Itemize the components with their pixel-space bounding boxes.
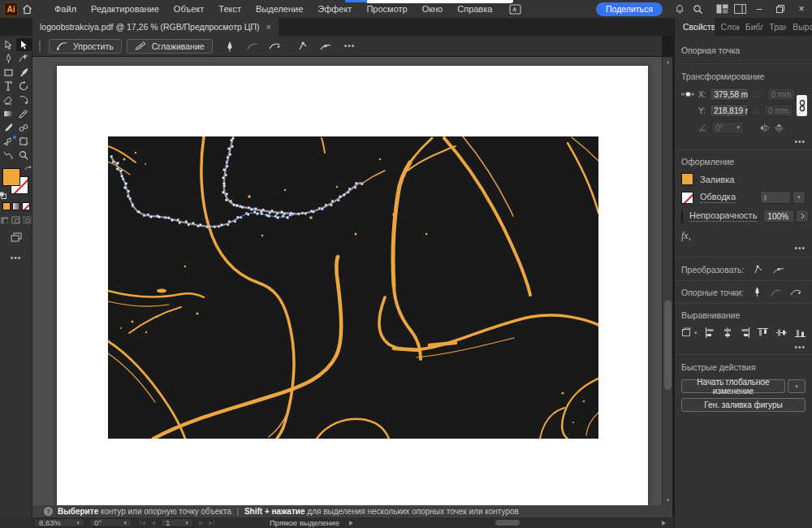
anchor-smooth-icon[interactable] xyxy=(317,39,335,54)
scroll-up-icon[interactable]: ▴ xyxy=(663,57,673,67)
pen-tool[interactable] xyxy=(1,52,16,65)
artboard-tool[interactable] xyxy=(16,135,32,148)
opacity-panel-button[interactable] xyxy=(796,210,809,223)
eyedropper-tool[interactable] xyxy=(1,121,16,134)
stroke-label[interactable]: Обводка xyxy=(700,192,736,203)
align-middle-v-icon[interactable] xyxy=(776,327,787,338)
zoom-tool[interactable] xyxy=(16,149,32,162)
rectangle-tool[interactable] xyxy=(1,66,16,79)
opacity-input[interactable]: 100% xyxy=(763,210,794,223)
screen-mode-button[interactable] xyxy=(0,232,32,242)
direct-selection-tool[interactable] xyxy=(16,38,32,51)
artwork-image[interactable] xyxy=(108,136,598,439)
stroke-swatch[interactable] xyxy=(681,192,693,204)
home-icon[interactable] xyxy=(18,0,36,18)
align-to-dropdown[interactable]: ▾ xyxy=(681,327,698,338)
align-more-options[interactable]: ••• xyxy=(681,343,806,352)
opacity-label[interactable]: Непрозрачность xyxy=(689,210,757,222)
selection-tool[interactable] xyxy=(1,38,16,51)
first-artboard-button[interactable] xyxy=(140,520,145,526)
menu-effect[interactable]: Эффект xyxy=(310,0,359,18)
eraser-tool[interactable] xyxy=(1,93,16,106)
smooth-button[interactable]: Сглаживание xyxy=(127,39,213,54)
app-logo-icon[interactable]: Ai xyxy=(4,2,18,16)
zoom-level-select[interactable]: 8,63%▾ xyxy=(34,518,84,527)
draw-behind-mode-icon[interactable] xyxy=(11,216,20,224)
menu-select[interactable]: Выделение xyxy=(248,0,310,18)
vertical-scroll-thumb[interactable] xyxy=(664,301,672,390)
transform-more-options[interactable]: ••• xyxy=(681,137,806,146)
last-artboard-button[interactable] xyxy=(209,520,214,526)
next-artboard-button[interactable] xyxy=(199,521,203,526)
flip-vertical-icon[interactable] xyxy=(774,123,784,132)
align-right-icon[interactable] xyxy=(741,327,750,338)
fill-label[interactable]: Заливка xyxy=(700,175,734,184)
color-swatch-button[interactable] xyxy=(2,202,11,210)
scale-tool[interactable] xyxy=(16,93,32,106)
pen-tool-icon[interactable] xyxy=(221,39,239,54)
opacity-icon[interactable] xyxy=(681,210,683,223)
scroll-down-icon[interactable]: ▾ xyxy=(663,496,673,505)
anchor-corner-icon[interactable] xyxy=(294,39,312,54)
window-minimize-button[interactable]: – xyxy=(749,0,770,18)
tab-transform[interactable]: Тран xyxy=(763,18,787,36)
global-edit-dropdown[interactable]: ▾ xyxy=(788,379,806,393)
gradient-swatch-button[interactable] xyxy=(12,202,20,210)
menu-file[interactable]: Файл xyxy=(47,0,84,18)
window-close-button[interactable]: × xyxy=(791,0,812,18)
panel-layout-icon[interactable] xyxy=(731,0,749,18)
align-top-icon[interactable] xyxy=(758,327,768,338)
align-center-h-icon[interactable] xyxy=(723,327,732,338)
pen-remove-anchor-icon[interactable] xyxy=(753,287,762,297)
cut-path-icon[interactable] xyxy=(266,39,284,54)
symbol-sprayer-tool[interactable] xyxy=(1,135,16,148)
stroke-weight-input[interactable]: ▴▾ xyxy=(760,191,791,204)
blend-tool[interactable] xyxy=(16,121,32,134)
paintbrush-tool[interactable] xyxy=(16,66,32,79)
fill-swatch[interactable] xyxy=(681,173,693,185)
status-expand-icon[interactable] xyxy=(349,521,353,526)
type-tool[interactable] xyxy=(1,80,16,93)
default-fill-stroke-icon[interactable] xyxy=(0,192,6,199)
gradient-tool[interactable] xyxy=(1,107,16,120)
scroll-right-icon[interactable] xyxy=(662,521,666,526)
artboard-number-select[interactable]: 1▾ xyxy=(161,518,193,527)
toolbar-grip[interactable] xyxy=(39,41,41,52)
constrain-proportions-icon[interactable] xyxy=(797,95,807,116)
draw-inside-mode-icon[interactable] xyxy=(23,216,32,224)
search-icon[interactable] xyxy=(689,0,706,18)
rotation-select[interactable]: 0°▾ xyxy=(89,518,132,527)
tab-align[interactable]: Выра xyxy=(787,18,812,36)
align-bottom-icon[interactable] xyxy=(795,327,806,338)
horizontal-scroll-thumb[interactable] xyxy=(495,520,520,526)
stroke-weight-dropdown[interactable]: ▾ xyxy=(793,191,806,204)
generative-shape-fill-button[interactable]: Ген. заливка фигуры xyxy=(681,398,806,412)
global-edit-button[interactable]: Начать глобальное изменение xyxy=(681,379,785,393)
window-restore-button[interactable] xyxy=(770,0,791,18)
convert-corner-icon[interactable] xyxy=(754,264,763,275)
context-more-options[interactable]: ••• xyxy=(344,41,356,50)
y-input[interactable]: 218,819 m xyxy=(710,104,749,117)
document-tab[interactable]: logoobstrakciya.pdf @ 17,26 % (RGB/Предп… xyxy=(32,18,279,36)
notifications-bell-icon[interactable] xyxy=(671,0,689,18)
flip-horizontal-icon[interactable] xyxy=(759,123,770,132)
cut-curve-icon[interactable] xyxy=(790,288,802,297)
none-swatch-button[interactable] xyxy=(22,202,30,210)
curvature-tool[interactable] xyxy=(16,52,32,65)
tab-close-icon[interactable]: × xyxy=(266,22,271,32)
draw-normal-mode-icon[interactable] xyxy=(0,216,9,224)
menu-type[interactable]: Текст xyxy=(211,0,248,18)
shaper-tool[interactable] xyxy=(16,107,32,120)
tab-layers[interactable]: Слои xyxy=(715,18,739,36)
align-left-icon[interactable] xyxy=(705,327,715,338)
x-input[interactable]: 379,58 mm xyxy=(710,88,749,101)
menu-object[interactable]: Объект xyxy=(166,0,211,18)
share-button[interactable]: Поделиться xyxy=(596,2,663,16)
rotation-input[interactable]: 0°▾ xyxy=(711,121,744,134)
simplify-button[interactable]: Упростить xyxy=(49,39,122,54)
rotate-tool[interactable] xyxy=(16,80,32,93)
artboard[interactable] xyxy=(57,66,648,505)
tab-properties[interactable]: Свойства xyxy=(675,18,715,36)
fill-color-swatch[interactable] xyxy=(2,168,20,186)
swap-fill-stroke-icon[interactable] xyxy=(24,166,32,173)
